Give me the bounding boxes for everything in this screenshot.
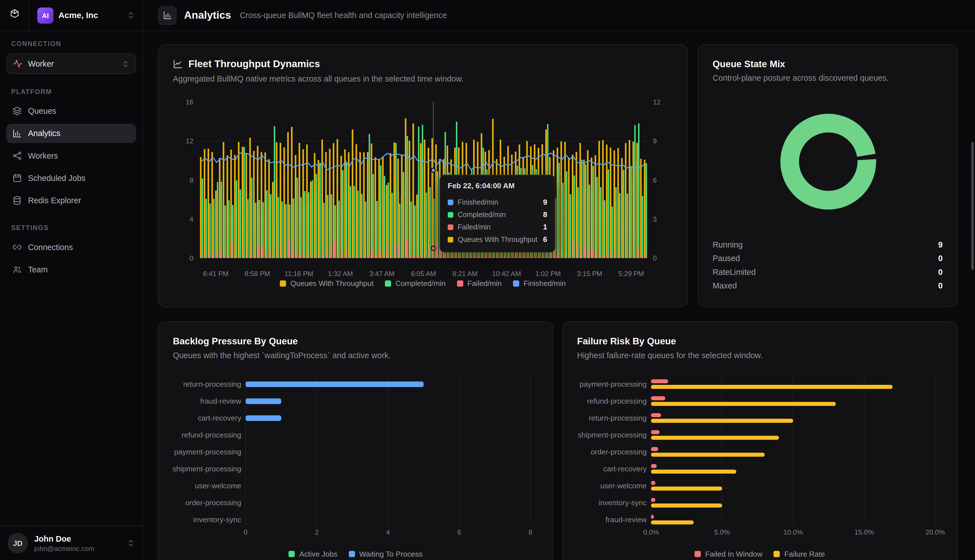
activity-icon <box>13 59 22 68</box>
fleet-throughput-card: Fleet Throughput Dynamics Aggregated Bul… <box>158 44 688 307</box>
legend-item: Completed/min <box>385 279 445 288</box>
analytics-icon <box>12 129 22 138</box>
legend-item: Waiting To Process <box>348 550 423 558</box>
settings-section-label: SETTINGS <box>6 224 136 231</box>
bar-segment <box>651 385 893 389</box>
card-subtitle: Aggregated BullMQ native metrics across … <box>173 74 672 83</box>
sidebar-item-analytics[interactable]: Analytics <box>6 123 136 143</box>
legend-item: Failed/min <box>457 279 502 288</box>
bar-segment <box>651 470 736 473</box>
line-chart-icon <box>173 59 183 69</box>
chevrons-up-down-icon <box>127 11 135 20</box>
user-meta: John Doe john@acmeinc.com <box>34 534 120 552</box>
backlog-legend: Active Jobs Waiting To Process <box>158 550 553 558</box>
app-root: AI Acme, Inc CONNECTION Worker PLATFORM <box>0 0 975 560</box>
card-head: Backlog Pressure By Queue Queues with th… <box>158 322 553 360</box>
sidebar-item-queues[interactable]: Queues <box>6 101 136 120</box>
axis-tick-label: 3 <box>653 215 657 223</box>
scrollbar-thumb[interactable] <box>971 142 974 270</box>
axis-tick-label: 1:32 AM <box>328 270 353 277</box>
bar-segment <box>651 481 655 485</box>
sidebar: AI Acme, Inc CONNECTION Worker PLATFORM <box>0 0 143 560</box>
series-swatch <box>448 199 453 205</box>
card-title: Queue State Mix <box>712 58 942 69</box>
backlog-pressure-chart[interactable]: 02468return-processingfraud-reviewcart-r… <box>158 372 554 546</box>
page-subtitle: Cross-queue BullMQ fleet health and capa… <box>240 10 447 20</box>
axis-tick-label: 6 <box>653 177 657 184</box>
axis-tick-label: 1:02 PM <box>535 270 561 277</box>
connection-section-label: CONNECTION <box>6 40 136 47</box>
queue-state-card: Queue State Mix Control-plane posture ac… <box>698 44 958 307</box>
sidebar-item-label: Redis Explorer <box>28 196 81 205</box>
axis-tick-label: 6 <box>457 528 461 536</box>
link-icon <box>12 242 22 252</box>
category-label: refund-processing <box>182 431 242 439</box>
bar-segment <box>651 498 655 502</box>
series-swatch <box>280 280 286 287</box>
queue-state-donut-chart[interactable] <box>698 104 958 228</box>
tooltip-title: Feb 22, 6:04:00 AM <box>448 182 547 190</box>
failure-risk-chart[interactable]: 0.0%5.0%10.0%15.0%20.0%payment-processin… <box>563 372 958 546</box>
bar-segment <box>651 436 779 440</box>
bar-segment <box>246 415 281 421</box>
axis-tick-label: 0 <box>653 254 657 262</box>
category-label: return-processing <box>183 380 242 388</box>
axis-tick-label: 0 <box>190 254 193 262</box>
axis-tick-label: 12 <box>653 98 660 106</box>
user-avatar: JD <box>7 533 28 553</box>
bar-segment <box>651 487 722 490</box>
page-header: Analytics Cross-queue BullMQ fleet healt… <box>143 0 975 31</box>
user-email: john@acmeinc.com <box>34 545 120 552</box>
category-label: user-welcome <box>600 482 647 490</box>
axis-tick-label: 8 <box>190 177 193 184</box>
workers-icon <box>12 151 22 160</box>
category-label: return-processing <box>588 414 647 422</box>
team-icon <box>12 265 22 274</box>
bar-segment <box>651 396 665 400</box>
connection-select[interactable]: Worker <box>6 53 136 74</box>
queues-icon <box>12 107 22 116</box>
legend-row: Maxed0 <box>712 278 943 292</box>
bar-segment <box>246 398 281 404</box>
sidebar-item-workers[interactable]: Workers <box>6 146 136 165</box>
category-label: shipment-processing <box>578 431 647 439</box>
failure-legend: Failed In Window Failure Rate <box>563 550 957 558</box>
sidebar-item-label: Analytics <box>28 129 60 138</box>
chevrons-up-down-icon <box>127 539 135 547</box>
legend-item: Finished/min <box>513 279 566 288</box>
legend-item: Failure Rate <box>774 550 825 558</box>
axis-tick-label: 8:21 AM <box>452 270 478 277</box>
sidebar-item-team[interactable]: Team <box>6 260 136 279</box>
bar-chart-icon <box>158 6 177 25</box>
org-switcher[interactable]: AI Acme, Inc <box>29 0 143 30</box>
chevrons-up-down-icon <box>122 60 129 67</box>
axis-tick-label: 5.0% <box>714 528 730 536</box>
axis-tick-label: 6:41 PM <box>203 270 228 277</box>
sidebar-item-redis-explorer[interactable]: Redis Explorer <box>6 191 136 210</box>
fleet-throughput-chart[interactable]: 04812160369126:41 PM8:58 PM11:16 PM1:32 … <box>158 95 688 281</box>
card-title: Failure Risk By Queue <box>577 336 942 346</box>
app-logo-button[interactable] <box>0 0 29 30</box>
card-head: Failure Risk By Queue Highest failure-ra… <box>563 322 957 360</box>
category-label: order-processing <box>185 498 241 507</box>
axis-tick-label: 16 <box>186 98 193 106</box>
card-title: Backlog Pressure By Queue <box>173 336 538 346</box>
axis-tick-label: 3:47 AM <box>370 270 395 277</box>
category-label: payment-processing <box>580 380 647 388</box>
failure-risk-card: Failure Risk By Queue Highest failure-ra… <box>562 322 957 560</box>
category-label: order-processing <box>591 448 647 456</box>
user-menu[interactable]: JD John Doe john@acmeinc.com <box>0 525 142 560</box>
card-subtitle: Control-plane posture across discovered … <box>712 73 942 83</box>
series-swatch <box>695 551 701 557</box>
card-subtitle: Highest failure-rate queues for the sele… <box>577 350 942 360</box>
sidebar-item-connections[interactable]: Connections <box>6 237 136 257</box>
bar-segment <box>246 381 424 387</box>
category-label: shipment-processing <box>172 465 242 473</box>
axis-tick-label: 12 <box>186 137 193 145</box>
sidebar-top: AI Acme, Inc <box>0 0 142 31</box>
series-swatch <box>513 280 519 287</box>
bar-segment <box>651 419 793 423</box>
platform-section-label: PLATFORM <box>6 88 136 95</box>
sidebar-nav: CONNECTION Worker PLATFORM Queues <box>0 31 142 525</box>
sidebar-item-scheduled-jobs[interactable]: Scheduled Jobs <box>6 168 136 188</box>
